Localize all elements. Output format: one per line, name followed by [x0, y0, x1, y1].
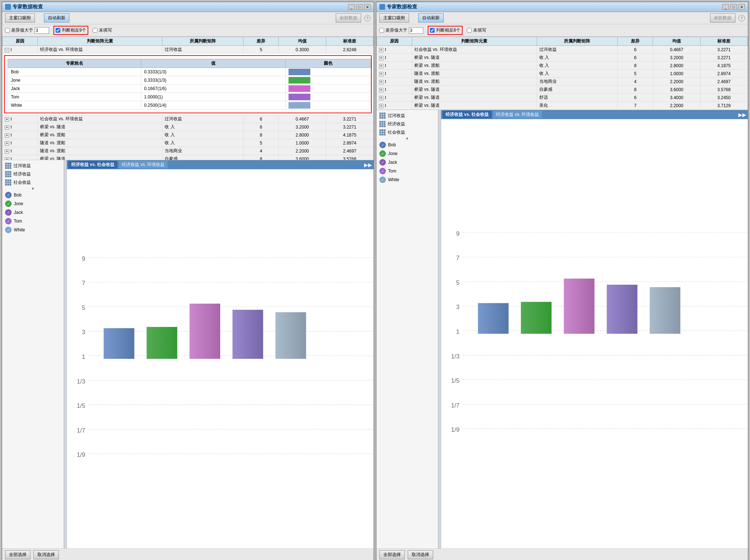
chart-scroll-right[interactable]: ▶▶	[364, 162, 372, 168]
left-panel-grid-item[interactable]: 社会收益	[4, 178, 62, 187]
expand-cell[interactable]: +I	[377, 102, 412, 110]
table-row[interactable]: −I 经济收益 vs. 环境收益 过河收益 5 0.3000 2.6248	[3, 46, 374, 54]
table-row[interactable]: +I 隧道 vs. 渡船 当地商业 4 2.2000 2.4697	[377, 78, 748, 86]
table-row[interactable]: +I 桥梁 vs. 渡船 收 入 8 2.8000 4.1875	[377, 62, 748, 70]
expand-button[interactable]: +	[379, 48, 383, 52]
expert-item[interactable]: ✓ Jack	[4, 208, 62, 217]
expand-button[interactable]: +	[379, 96, 383, 100]
diff-cell: 6	[243, 115, 279, 123]
maximize-button[interactable]: □	[730, 4, 737, 10]
expand-button[interactable]: +	[5, 125, 9, 130]
expert-item[interactable]: ✓ Jone	[378, 149, 436, 158]
expert-name: Tom	[388, 169, 396, 174]
expand-cell[interactable]: +I	[3, 115, 38, 123]
refresh-button[interactable]: 刷新数据	[710, 13, 735, 23]
expand-button[interactable]: +	[5, 117, 9, 122]
help-icon[interactable]: ?	[364, 15, 371, 21]
table-row[interactable]: +I 社会收益 vs. 环境收益 过河收益 6 0.4667 3.2271	[377, 46, 748, 54]
scroll-down-arrow[interactable]: ▼	[378, 137, 436, 141]
refresh-button[interactable]: 刷新数据	[336, 13, 361, 23]
table-row[interactable]: +I 桥梁 vs. 隧道 美化 7 2.2000 3.7129	[377, 102, 748, 110]
diff-checkbox[interactable]	[379, 28, 384, 33]
expand-cell[interactable]: +I	[3, 155, 38, 161]
left-panel-grid-item[interactable]: 经济收益	[4, 170, 62, 178]
expand-button[interactable]: +	[379, 80, 383, 84]
expert-item[interactable]: ✓ Jack	[378, 158, 436, 167]
expert-item[interactable]: ✓ Tom	[4, 217, 62, 226]
expand-cell[interactable]: +I	[377, 78, 412, 86]
diff-value-input[interactable]	[35, 27, 49, 34]
left-panel-grid-item[interactable]: 经济收益	[378, 120, 436, 128]
auto-refresh-button[interactable]: 自动刷新	[44, 13, 69, 23]
chart-tab-0[interactable]: 经济收益 vs. 社会收益	[443, 111, 492, 118]
minimize-button[interactable]: _	[348, 4, 355, 10]
left-panel-grid-item[interactable]: 过河收益	[4, 162, 62, 170]
element-cell: 桥梁 vs. 隧道	[412, 102, 537, 110]
expand-cell[interactable]: +I	[3, 131, 38, 139]
help-icon[interactable]: ?	[738, 15, 745, 21]
close-button[interactable]: ✕	[738, 4, 745, 10]
table-row[interactable]: +I 隧道 vs. 渡船 收 入 5 1.0000 2.8974	[3, 139, 374, 147]
select-all-button[interactable]: 全部选择	[379, 550, 405, 559]
table-section: 原因判断矩阵元素所属判断矩阵差异均值标准差 −I 经济收益 vs. 环境收益 过…	[2, 37, 374, 160]
chart-scroll-right[interactable]: ▶▶	[738, 112, 746, 118]
expand-button[interactable]: +	[379, 64, 383, 68]
expand-cell[interactable]: −I	[3, 46, 38, 54]
expand-cell[interactable]: +I	[377, 70, 412, 78]
chart-tab-1[interactable]: 经济收益 vs. 环境收益	[119, 161, 168, 169]
expand-button[interactable]: +	[5, 149, 9, 154]
expand-cell[interactable]: +I	[3, 147, 38, 155]
expand-cell[interactable]: +I	[377, 94, 412, 102]
auto-refresh-button[interactable]: 自动刷新	[418, 13, 444, 23]
expert-item[interactable]: ✓ White	[4, 226, 62, 234]
table-row[interactable]: +I 桥梁 vs. 隧道 收 入 6 3.2000 3.2271	[377, 54, 748, 62]
table-row[interactable]: +I 桥梁 vs. 隧道 自豪感 8 3.6000 3.5768	[3, 155, 374, 161]
table-row[interactable]: +I 隧道 vs. 渡船 收 入 5 1.0000 2.8974	[377, 70, 748, 78]
table-row[interactable]: +I 桥梁 vs. 隧道 舒适 6 3.4000 3.2450	[377, 94, 748, 102]
close-button[interactable]: ✕	[364, 4, 371, 10]
attach-button[interactable]: 主窗口吸附	[5, 13, 35, 23]
unfilled-label: 未填写	[473, 27, 486, 33]
expert-item[interactable]: ✓ Bob	[4, 191, 62, 199]
diff-value-input[interactable]	[409, 27, 423, 34]
expand-cell[interactable]: +I	[3, 123, 38, 131]
expert-item[interactable]: ✓ Bob	[378, 141, 436, 149]
expand-button[interactable]: +	[379, 56, 383, 60]
select-all-button[interactable]: 全部选择	[5, 550, 31, 559]
unfilled-checkbox[interactable]	[93, 28, 97, 33]
expand-button[interactable]: +	[379, 104, 383, 108]
judge-checkbox[interactable]	[56, 28, 60, 33]
diff-checkbox[interactable]	[5, 28, 10, 33]
expand-cell[interactable]: +I	[377, 86, 412, 94]
expand-cell[interactable]: +I	[377, 62, 412, 70]
expand-button[interactable]: +	[379, 72, 383, 76]
table-row[interactable]: +I 隧道 vs. 渡船 当地商业 4 2.2000 2.4697	[3, 147, 374, 155]
expert-item[interactable]: ✓ Jone	[4, 199, 62, 208]
table-row[interactable]: +I 桥梁 vs. 渡船 收 入 8 2.8000 4.1875	[3, 131, 374, 139]
minimize-button[interactable]: _	[722, 4, 729, 10]
expand-button[interactable]: +	[5, 141, 9, 146]
expert-item[interactable]: ✓ Tom	[378, 167, 436, 175]
table-row[interactable]: +I 桥梁 vs. 隧道 自豪感 8 3.6000 3.5768	[377, 86, 748, 94]
expand-button[interactable]: −	[5, 48, 9, 52]
chart-tab-0[interactable]: 经济收益 vs. 社会收益	[68, 161, 117, 169]
expand-button[interactable]: +	[379, 88, 383, 92]
attach-button[interactable]: 主窗口吸附	[379, 13, 409, 23]
chart-tab-1[interactable]: 经济收益 vs. 环境收益	[493, 111, 542, 118]
left-panel-grid-item[interactable]: 过河收益	[378, 111, 436, 120]
left-panel-grid-item[interactable]: 社会收益	[378, 128, 436, 137]
expand-cell[interactable]: +I	[3, 139, 38, 147]
expand-button[interactable]: +	[5, 133, 9, 138]
judge-checkbox[interactable]	[430, 28, 435, 33]
deselect-button[interactable]: 取消选择	[408, 550, 433, 559]
table-row[interactable]: +I 社会收益 vs. 环境收益 过河收益 6 0.4667 3.2271	[3, 115, 374, 123]
scroll-down-arrow[interactable]: ▼	[4, 187, 62, 191]
table-row[interactable]: +I 桥梁 vs. 隧道 收 入 6 3.2000 3.2271	[3, 123, 374, 131]
unfilled-checkbox[interactable]	[467, 28, 472, 33]
deselect-button[interactable]: 取消选择	[33, 550, 59, 559]
expand-button[interactable]: +	[5, 157, 9, 161]
expand-cell[interactable]: +I	[377, 54, 412, 62]
expert-item[interactable]: ✓ White	[378, 175, 436, 184]
maximize-button[interactable]: □	[356, 4, 363, 10]
expand-cell[interactable]: +I	[377, 46, 412, 54]
